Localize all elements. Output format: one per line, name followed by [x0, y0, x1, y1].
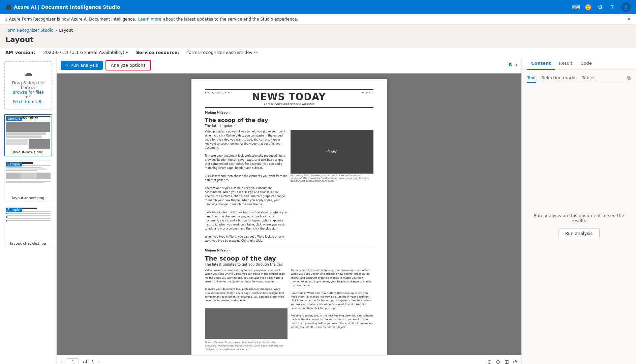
article2-text: Video provides a powerful way to help yo…: [205, 268, 287, 355]
edit-resource-icon[interactable]: ✏: [254, 50, 258, 55]
article1-subhead: The latest updates: [205, 124, 373, 128]
prev-page-button[interactable]: ‹: [61, 359, 63, 364]
article2-text2: Themes and styles also help keep your do…: [291, 268, 373, 355]
article1-caption: Picture Caption: To make your document l…: [291, 174, 373, 182]
panel-run-analysis-button[interactable]: Run analysis: [558, 229, 600, 238]
sample-badge-checklist: Sample: [6, 208, 22, 212]
sample-item-report[interactable]: Sample layout-report.png: [4, 160, 52, 202]
browse-files-link[interactable]: Browse for files: [7, 90, 49, 95]
toolbar: ⚡ Run analysis Analyze options 👁 ▾: [57, 57, 521, 73]
notification-link[interactable]: Learn more: [138, 17, 161, 22]
total-pages: 1: [91, 359, 94, 364]
tab-code[interactable]: Code: [576, 57, 596, 70]
article2-author: Mejam Nilsson: [205, 249, 373, 252]
service-resource-label: Service resource:: [136, 50, 179, 55]
analyze-options-label: Analyze options: [111, 63, 146, 68]
service-resource-value[interactable]: forms-recognizer-eastus2-dev ✏: [187, 50, 258, 55]
upload-text-line1: Drag & drop file: [7, 81, 49, 85]
upload-icon: ☁: [7, 67, 49, 79]
zoom-out-button[interactable]: ⊖: [487, 359, 491, 364]
panel-empty-state: Run analysis on this document to see the…: [522, 83, 636, 364]
main-layout: ☁ Drag & drop file here or Browse for fi…: [0, 57, 636, 364]
empty-state-text: Run analysis on this document to see the…: [528, 213, 629, 223]
article2-section: Mejam Nilsson The scoop of the day The l…: [205, 246, 373, 355]
top-bar-actions: ⌨ 🙂 ⚙ ? 👤: [573, 2, 631, 12]
result-tab-selection-marks[interactable]: Selection marks: [541, 73, 576, 83]
api-bar: API version: 2023-07-31 (3.1 General Ava…: [0, 48, 636, 57]
rotate-button[interactable]: ↺: [513, 359, 517, 364]
left-sidebar: ☁ Drag & drop file here or Browse for fi…: [0, 57, 57, 364]
page-of-text: of: [83, 359, 87, 364]
right-panel: Content Result Code Text Selection marks…: [521, 57, 636, 364]
notification-bar: ℹ Azure Form Recognizer is now Azure AI …: [0, 14, 636, 25]
api-version-label: API version:: [5, 50, 35, 55]
tab-result[interactable]: Result: [555, 57, 576, 70]
article1-image-col: [Photo] Picture Caption: To make your do…: [291, 130, 373, 243]
breadcrumb: Form Recognizer Studio › Layout: [0, 25, 636, 34]
api-version-dropdown-icon: ▾: [126, 50, 128, 55]
article2-body: Video provides a powerful way to help yo…: [205, 268, 373, 355]
newspaper-subtitle: Latest news and bulletin updates: [205, 102, 373, 106]
pagination-bar: ‹ of 1 › ⊖ ⊕ ⊞ ↺: [57, 355, 521, 364]
result-tab-text[interactable]: Text: [527, 73, 536, 83]
help-icon[interactable]: ?: [609, 4, 616, 10]
upload-area[interactable]: ☁ Drag & drop file here or Browse for fi…: [4, 61, 52, 110]
breadcrumb-current: Layout: [59, 28, 73, 33]
upload-or-text: or: [7, 95, 49, 99]
newspaper-date: Tuesday Sep 20, YYYY: [205, 91, 231, 94]
panel-tabs: Content Result Code: [522, 57, 636, 70]
upload-text-line2: here or: [7, 85, 49, 90]
breadcrumb-separator: ›: [55, 28, 57, 33]
sample-badge: Sample: [6, 116, 22, 121]
run-analysis-icon: ⚡: [65, 63, 68, 68]
view-chevron-icon[interactable]: ▾: [515, 63, 517, 67]
zoom-controls: ⊖ ⊕ ⊞ ↺: [487, 359, 517, 364]
app-title-text: Azure AI | Document Intelligence Studio: [14, 4, 120, 10]
emoji-icon[interactable]: 🙂: [585, 4, 592, 10]
api-version-selector[interactable]: 2023-07-31 (3.1 General Availability) ▾: [43, 50, 128, 55]
next-page-button[interactable]: ›: [98, 359, 100, 364]
resource-name: forms-recognizer-eastus2-dev: [187, 50, 252, 55]
result-tabs: Text Selection marks Tables ⧉: [522, 70, 636, 83]
analyze-options-button[interactable]: Analyze options: [105, 60, 151, 70]
center-area: ⚡ Run analysis Analyze options 👁 ▾ Tuesd…: [57, 57, 521, 364]
sample-item-checklist[interactable]: Sample: [4, 206, 52, 247]
tab-content[interactable]: Content: [527, 57, 555, 70]
fetch-from-url-link[interactable]: Fetch from URL: [7, 99, 49, 104]
top-bar: ⬛ Azure AI | Document Intelligence Studi…: [0, 0, 636, 14]
run-analysis-label: Run analysis: [70, 63, 98, 68]
sample-badge-report: Sample: [6, 162, 22, 166]
keyboard-icon[interactable]: ⌨: [573, 4, 579, 10]
sample-name-report: layout-report.png: [4, 194, 52, 202]
page-title: Layout: [0, 34, 636, 48]
notification-suffix: about the latest updates to the service …: [163, 17, 298, 22]
close-notification-button[interactable]: ✕: [627, 17, 631, 22]
info-icon: ℹ: [5, 17, 7, 22]
app-logo-icon: ⬛: [5, 4, 11, 10]
settings-icon[interactable]: ⚙: [597, 4, 604, 10]
document-page: Tuesday Sep 20, YYYY Issue #10 NEWS TODA…: [191, 79, 387, 355]
article2-subhead: The latest updates to get you through th…: [205, 263, 373, 266]
copy-icon[interactable]: ⧉: [627, 75, 631, 81]
zoom-in-button[interactable]: ⊕: [496, 359, 500, 364]
sample-item-news[interactable]: Sample NEWS TODAY: [4, 114, 52, 156]
document-viewer[interactable]: Tuesday Sep 20, YYYY Issue #10 NEWS TODA…: [57, 73, 521, 355]
newspaper-issue: Issue #10: [361, 91, 373, 94]
article1-headline: The scoop of the day: [205, 117, 373, 123]
sample-name-news: layout-news.png: [5, 149, 52, 156]
app-title: ⬛ Azure AI | Document Intelligence Studi…: [5, 4, 120, 10]
run-analysis-button[interactable]: ⚡ Run analysis: [61, 61, 103, 70]
article1-text-col: Video provides a powerful way to help yo…: [205, 130, 288, 243]
fit-page-button[interactable]: ⊞: [504, 359, 509, 364]
api-version-value: 2023-07-31 (3.1 General Availability): [43, 50, 124, 55]
article-author-top: Mejam Nilsson: [205, 111, 373, 114]
result-tab-tables[interactable]: Tables: [582, 73, 596, 83]
page-number-input[interactable]: [67, 358, 79, 364]
article1-body-section: Video provides a powerful way to help yo…: [205, 130, 373, 243]
sample-name-checklist: layout-checklist.jpg: [4, 240, 52, 247]
avatar[interactable]: 👤: [621, 2, 631, 12]
view-toggle-icon[interactable]: 👁: [507, 62, 513, 68]
toolbar-right: 👁 ▾: [507, 62, 517, 68]
breadcrumb-parent[interactable]: Form Recognizer Studio: [5, 28, 53, 33]
article2-headline: The scoop of the day: [205, 255, 373, 262]
